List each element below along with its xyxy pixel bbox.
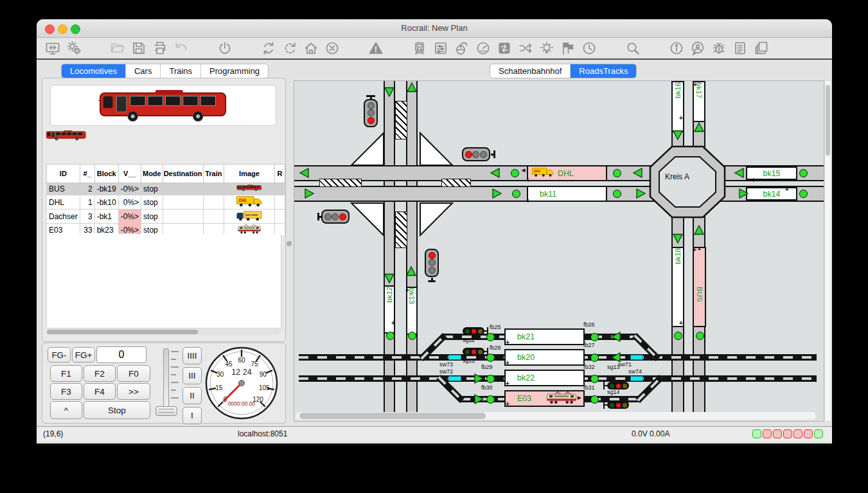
feedback-sensor[interactable] xyxy=(590,354,599,362)
function-button-F2[interactable]: F2 xyxy=(84,365,116,382)
loco-row-BUS[interactable]: BUS2-bk19 -0%> stop xyxy=(47,183,285,195)
route-arrow-l[interactable] xyxy=(299,168,309,178)
feedback-sensor[interactable] xyxy=(674,332,682,340)
plan-tab-schattenbahnhof[interactable]: Schattenbahnhof xyxy=(490,64,571,78)
route-arrow-u[interactable] xyxy=(407,82,417,93)
feedback-sensor[interactable] xyxy=(613,190,621,198)
print-icon[interactable] xyxy=(151,40,168,57)
plan-tab-roadstracks[interactable]: RoadsTracks xyxy=(571,64,636,78)
power-icon[interactable] xyxy=(216,40,233,57)
save-icon[interactable] xyxy=(130,40,147,57)
roundabout-kreis-a[interactable]: Kreis A xyxy=(649,145,726,219)
switch-panel-icon[interactable] xyxy=(495,40,513,57)
table-hscrollbar[interactable] xyxy=(46,329,280,335)
feedback-sensor[interactable] xyxy=(696,332,704,340)
warning-icon[interactable] xyxy=(367,40,384,57)
loco-row-Dachser[interactable]: Dachser3-bk1 -0%> stop DACHSER xyxy=(47,210,285,224)
route-arrow-d[interactable] xyxy=(384,87,394,97)
signal-sg11[interactable] xyxy=(463,327,484,335)
open-folder-icon[interactable] xyxy=(109,40,126,57)
info-icon[interactable] xyxy=(668,40,685,57)
step-button-II[interactable]: II xyxy=(182,387,202,404)
route-arrow-r[interactable] xyxy=(474,373,484,384)
feedback-icon[interactable] xyxy=(689,40,706,57)
books-icon[interactable] xyxy=(752,40,770,57)
block-bk14[interactable]: bk14 xyxy=(746,187,797,201)
step-button-IIII[interactable]: IIII xyxy=(182,347,202,364)
log-icon[interactable] xyxy=(731,40,748,57)
route-arrow-l[interactable] xyxy=(490,168,500,178)
block-bk20[interactable]: bk20 xyxy=(504,349,585,366)
speedometer-icon[interactable] xyxy=(474,40,492,57)
tab-cars[interactable]: Cars xyxy=(126,64,161,78)
column-Mode[interactable]: Mode xyxy=(141,165,163,183)
route-arrow-r[interactable] xyxy=(492,188,502,199)
block-BUS[interactable]: BUS xyxy=(693,247,706,327)
route-arrow-l[interactable] xyxy=(610,332,621,342)
train-icon[interactable] xyxy=(411,40,428,57)
route-arrow-u[interactable] xyxy=(406,266,416,276)
block-bk16[interactable]: bk16 xyxy=(671,81,684,132)
step-button-I[interactable]: I xyxy=(182,407,202,424)
cab-monitor-icon[interactable] xyxy=(44,40,61,57)
route-arrow-r[interactable] xyxy=(305,188,315,199)
fg-minus-button[interactable]: FG- xyxy=(48,347,71,363)
feedback-sensor[interactable] xyxy=(486,375,495,383)
block-bk21[interactable]: bk21 xyxy=(504,328,585,345)
feedback-sensor[interactable] xyxy=(613,169,621,177)
function-button-F4[interactable]: F4 xyxy=(84,383,116,400)
column-V__[interactable]: V__ xyxy=(118,165,141,183)
plan-vscrollbar[interactable] xyxy=(824,80,831,422)
feedback-sensor[interactable] xyxy=(590,395,599,404)
feedback-sensor[interactable] xyxy=(408,332,416,340)
column-Train[interactable]: Train xyxy=(203,165,224,183)
route-arrow-d[interactable] xyxy=(384,273,394,283)
route-arrow-u[interactable] xyxy=(694,122,704,132)
block-bk11[interactable]: bk11 xyxy=(527,186,607,202)
tab-locomotives[interactable]: Locomotives xyxy=(62,64,126,78)
feedback-sensor[interactable] xyxy=(386,332,394,340)
bug-icon[interactable] xyxy=(710,40,727,57)
function-button-F0[interactable]: F0 xyxy=(117,365,150,382)
column-Block[interactable]: Block xyxy=(94,165,118,183)
route-arrow-r[interactable] xyxy=(636,188,646,199)
panel-splitter-handle[interactable] xyxy=(287,241,292,246)
mouse-icon[interactable] xyxy=(453,40,470,57)
plan-hscrollbar[interactable] xyxy=(296,412,816,420)
stop-button[interactable]: Stop xyxy=(84,401,150,419)
column-Destination[interactable]: Destination xyxy=(163,165,203,183)
locomotive-thumbnail[interactable] xyxy=(46,130,88,147)
signal-sg12[interactable] xyxy=(463,348,484,355)
fg-plus-button[interactable]: FG+ xyxy=(72,347,95,363)
function-button-nextnext[interactable]: >> xyxy=(117,383,150,400)
lamp-icon[interactable] xyxy=(538,40,555,57)
rotate-icon[interactable] xyxy=(281,40,298,57)
speed-value-field[interactable]: 0 xyxy=(96,346,146,363)
switch-sw74[interactable] xyxy=(630,376,643,381)
shuffle-icon[interactable] xyxy=(517,40,534,57)
loco-row-DHL[interactable]: DHL1-bk10 0%> stop DHL xyxy=(47,195,285,210)
column-R[interactable]: R xyxy=(274,165,285,183)
route-arrow-d[interactable] xyxy=(673,130,683,140)
speed-slider-track[interactable] xyxy=(163,348,169,414)
block-DHL[interactable]: DHL DHL xyxy=(527,165,607,181)
sync-icon[interactable] xyxy=(260,40,277,57)
column-ID[interactable]: ID xyxy=(47,165,80,183)
traffic-light-2[interactable] xyxy=(459,147,495,161)
switch-sw73[interactable] xyxy=(448,355,461,360)
route-arrow-u[interactable] xyxy=(694,225,704,235)
tab-programming[interactable]: Programming xyxy=(201,64,268,78)
step-button-III[interactable]: III xyxy=(182,367,202,384)
switch-sw71[interactable] xyxy=(630,355,643,360)
traffic-light-3[interactable] xyxy=(317,210,353,224)
home-icon[interactable] xyxy=(302,40,319,57)
block-bk22[interactable]: bk22 xyxy=(504,370,585,386)
route-arrow-l[interactable] xyxy=(734,168,744,178)
signal-sg14[interactable] xyxy=(607,401,629,409)
feedback-sensor[interactable] xyxy=(511,169,519,177)
function-button-F1[interactable]: F1 xyxy=(50,365,82,382)
speed-slider-handle[interactable] xyxy=(155,406,177,416)
undo-icon[interactable] xyxy=(172,40,190,57)
block-bk13[interactable]: bk13 xyxy=(406,287,418,335)
cancel-icon[interactable] xyxy=(323,40,341,57)
